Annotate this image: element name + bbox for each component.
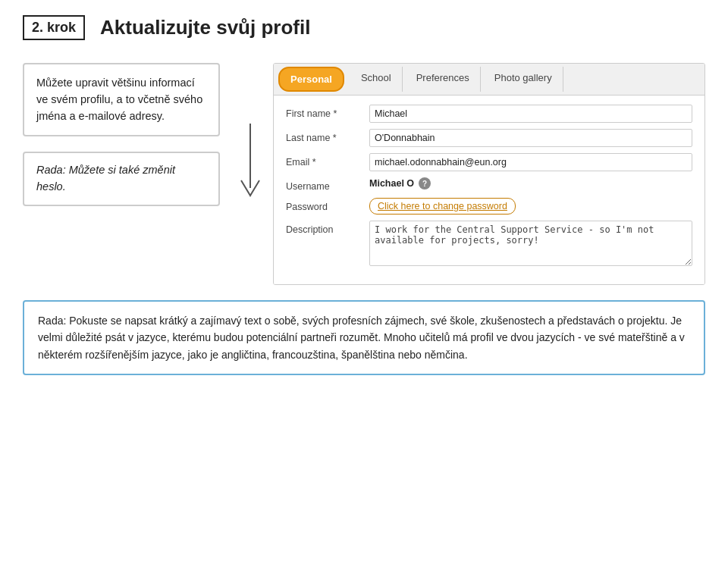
label-description: Description bbox=[286, 221, 369, 235]
form-row-username: Username Michael O ? bbox=[286, 177, 692, 192]
main-content: Můžete upravit většinu informací ve svém… bbox=[23, 63, 705, 285]
field-email bbox=[369, 153, 692, 171]
left-panel: Můžete upravit většinu informací ve svém… bbox=[23, 63, 228, 285]
help-icon[interactable]: ? bbox=[419, 177, 431, 189]
tab-preferences[interactable]: Preferences bbox=[406, 67, 481, 92]
page-title: Aktualizujte svůj profil bbox=[100, 16, 310, 39]
form-area: First name * Last name * Email * bbox=[274, 96, 704, 284]
label-lastname: Last name * bbox=[286, 129, 369, 143]
input-firstname[interactable] bbox=[369, 105, 692, 123]
bottom-tip-box: Rada: Pokuste se napsat krátký a zajímav… bbox=[23, 300, 705, 375]
input-email[interactable] bbox=[369, 153, 692, 171]
tab-personal[interactable]: Personal bbox=[278, 67, 344, 92]
tabs-bar: Personal School Preferences Photo galler… bbox=[274, 64, 704, 96]
change-password-link[interactable]: Click here to change password bbox=[369, 198, 516, 215]
label-password: Password bbox=[286, 198, 369, 212]
page-header: 2. krok Aktualizujte svůj profil bbox=[23, 15, 705, 40]
step-label: 2. krok bbox=[23, 15, 85, 40]
field-username: Michael O ? bbox=[369, 177, 692, 189]
field-firstname bbox=[369, 105, 692, 123]
arrow-icon bbox=[230, 124, 271, 215]
tab-photo-gallery[interactable]: Photo gallery bbox=[484, 67, 563, 92]
tip-text: Rada: Můžete si také změnit heslo. bbox=[36, 164, 175, 193]
form-row-description: Description I work for the Central Suppo… bbox=[286, 221, 692, 269]
tip-box: Rada: Můžete si také změnit heslo. bbox=[23, 152, 220, 206]
profile-form-panel: Personal School Preferences Photo galler… bbox=[273, 63, 705, 285]
label-email: Email * bbox=[286, 153, 369, 168]
label-firstname: First name * bbox=[286, 105, 369, 119]
info-text: Můžete upravit většinu informací ve svém… bbox=[36, 77, 202, 122]
input-description[interactable]: I work for the Central Support Service -… bbox=[369, 221, 692, 266]
form-row-firstname: First name * bbox=[286, 105, 692, 123]
field-password: Click here to change password bbox=[369, 198, 692, 215]
username-value: Michael O bbox=[369, 178, 414, 189]
arrow-area bbox=[228, 63, 273, 285]
form-row-email: Email * bbox=[286, 153, 692, 171]
bottom-tip-text: Rada: Pokuste se napsat krátký a zajímav… bbox=[38, 315, 685, 361]
input-lastname[interactable] bbox=[369, 129, 692, 147]
tab-school[interactable]: School bbox=[350, 67, 403, 92]
label-username: Username bbox=[286, 177, 369, 192]
form-row-lastname: Last name * bbox=[286, 129, 692, 147]
field-description: I work for the Central Support Service -… bbox=[369, 221, 692, 269]
field-lastname bbox=[369, 129, 692, 147]
form-row-password: Password Click here to change password bbox=[286, 198, 692, 215]
info-box: Můžete upravit většinu informací ve svém… bbox=[23, 63, 220, 136]
